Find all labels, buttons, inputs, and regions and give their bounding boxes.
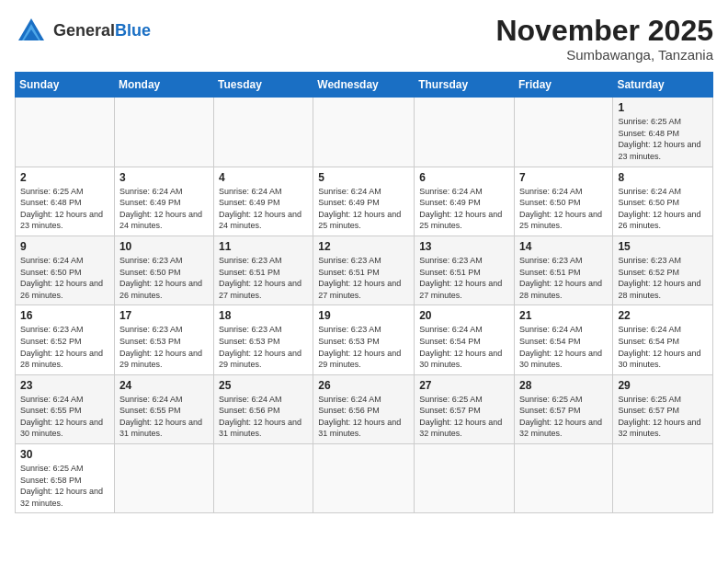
calendar: SundayMondayTuesdayWednesdayThursdayFrid…	[15, 72, 713, 513]
calendar-cell: 8Sunrise: 6:24 AM Sunset: 6:50 PM Daylig…	[613, 167, 713, 236]
location: Sumbawanga, Tanzania	[495, 47, 713, 63]
cell-info: Sunrise: 6:24 AM Sunset: 6:54 PM Dayligh…	[419, 324, 509, 370]
day-number: 16	[20, 309, 109, 322]
day-number: 21	[519, 309, 608, 322]
calendar-cell: 11Sunrise: 6:23 AM Sunset: 6:51 PM Dayli…	[214, 236, 313, 304]
day-number: 13	[419, 240, 509, 253]
day-header-friday: Friday	[514, 73, 612, 98]
calendar-cell: 9Sunrise: 6:24 AM Sunset: 6:50 PM Daylig…	[16, 236, 115, 304]
cell-info: Sunrise: 6:24 AM Sunset: 6:50 PM Dayligh…	[20, 255, 109, 301]
calendar-cell: 28Sunrise: 6:25 AM Sunset: 6:57 PM Dayli…	[514, 374, 612, 443]
day-number: 17	[119, 309, 209, 322]
calendar-cell: 15Sunrise: 6:23 AM Sunset: 6:52 PM Dayli…	[613, 236, 713, 304]
day-number: 11	[219, 240, 308, 253]
calendar-cell: 5Sunrise: 6:24 AM Sunset: 6:49 PM Daylig…	[313, 167, 415, 236]
day-number: 26	[318, 379, 409, 392]
cell-info: Sunrise: 6:24 AM Sunset: 6:50 PM Dayligh…	[519, 186, 608, 232]
cell-info: Sunrise: 6:24 AM Sunset: 6:49 PM Dayligh…	[419, 186, 509, 232]
day-number: 18	[219, 309, 308, 322]
calendar-cell: 13Sunrise: 6:23 AM Sunset: 6:51 PM Dayli…	[415, 236, 515, 304]
day-number: 28	[519, 379, 608, 392]
cell-info: Sunrise: 6:25 AM Sunset: 6:57 PM Dayligh…	[419, 394, 509, 440]
day-number: 8	[618, 171, 708, 184]
cell-info: Sunrise: 6:25 AM Sunset: 6:57 PM Dayligh…	[519, 394, 608, 440]
calendar-cell	[613, 444, 713, 513]
day-header-row: SundayMondayTuesdayWednesdayThursdayFrid…	[16, 73, 713, 98]
calendar-cell: 26Sunrise: 6:24 AM Sunset: 6:56 PM Dayli…	[313, 374, 415, 443]
day-number: 19	[318, 309, 409, 322]
page-header: GeneralBlue November 2025 Sumbawanga, Ta…	[15, 15, 713, 63]
day-header-thursday: Thursday	[415, 73, 515, 98]
day-number: 15	[618, 240, 708, 253]
day-number: 30	[20, 448, 109, 461]
calendar-cell: 6Sunrise: 6:24 AM Sunset: 6:49 PM Daylig…	[415, 167, 515, 236]
month-title: November 2025	[495, 15, 713, 47]
week-row-1: 2Sunrise: 6:25 AM Sunset: 6:48 PM Daylig…	[16, 167, 713, 236]
calendar-cell: 21Sunrise: 6:24 AM Sunset: 6:54 PM Dayli…	[514, 305, 612, 374]
logo-icon	[15, 15, 48, 48]
calendar-cell	[514, 98, 612, 167]
calendar-cell: 27Sunrise: 6:25 AM Sunset: 6:57 PM Dayli…	[415, 374, 515, 443]
day-number: 22	[618, 309, 708, 322]
cell-info: Sunrise: 6:25 AM Sunset: 6:58 PM Dayligh…	[20, 463, 109, 509]
calendar-cell: 25Sunrise: 6:24 AM Sunset: 6:56 PM Dayli…	[214, 374, 313, 443]
week-row-5: 30Sunrise: 6:25 AM Sunset: 6:58 PM Dayli…	[16, 444, 713, 513]
cell-info: Sunrise: 6:23 AM Sunset: 6:51 PM Dayligh…	[219, 255, 308, 301]
calendar-cell	[214, 98, 313, 167]
day-number: 5	[318, 171, 409, 184]
calendar-cell	[16, 98, 115, 167]
calendar-cell	[415, 444, 515, 513]
day-number: 1	[618, 101, 708, 114]
week-row-3: 16Sunrise: 6:23 AM Sunset: 6:52 PM Dayli…	[16, 305, 713, 374]
cell-info: Sunrise: 6:24 AM Sunset: 6:55 PM Dayligh…	[20, 394, 109, 440]
week-row-2: 9Sunrise: 6:24 AM Sunset: 6:50 PM Daylig…	[16, 236, 713, 304]
day-number: 14	[519, 240, 608, 253]
calendar-cell: 10Sunrise: 6:23 AM Sunset: 6:50 PM Dayli…	[114, 236, 213, 304]
day-header-monday: Monday	[114, 73, 213, 98]
calendar-cell: 1Sunrise: 6:25 AM Sunset: 6:48 PM Daylig…	[613, 98, 713, 167]
calendar-cell: 30Sunrise: 6:25 AM Sunset: 6:58 PM Dayli…	[16, 444, 115, 513]
cell-info: Sunrise: 6:25 AM Sunset: 6:57 PM Dayligh…	[618, 394, 708, 440]
cell-info: Sunrise: 6:24 AM Sunset: 6:54 PM Dayligh…	[618, 324, 708, 370]
day-header-tuesday: Tuesday	[214, 73, 313, 98]
cell-info: Sunrise: 6:23 AM Sunset: 6:53 PM Dayligh…	[219, 324, 308, 370]
cell-info: Sunrise: 6:23 AM Sunset: 6:50 PM Dayligh…	[119, 255, 209, 301]
calendar-cell: 24Sunrise: 6:24 AM Sunset: 6:55 PM Dayli…	[114, 374, 213, 443]
day-number: 25	[219, 379, 308, 392]
cell-info: Sunrise: 6:23 AM Sunset: 6:51 PM Dayligh…	[519, 255, 608, 301]
cell-info: Sunrise: 6:23 AM Sunset: 6:51 PM Dayligh…	[419, 255, 509, 301]
cell-info: Sunrise: 6:23 AM Sunset: 6:51 PM Dayligh…	[318, 255, 409, 301]
calendar-cell: 19Sunrise: 6:23 AM Sunset: 6:53 PM Dayli…	[313, 305, 415, 374]
day-header-wednesday: Wednesday	[313, 73, 415, 98]
calendar-cell: 3Sunrise: 6:24 AM Sunset: 6:49 PM Daylig…	[114, 167, 213, 236]
calendar-cell: 4Sunrise: 6:24 AM Sunset: 6:49 PM Daylig…	[214, 167, 313, 236]
cell-info: Sunrise: 6:24 AM Sunset: 6:56 PM Dayligh…	[318, 394, 409, 440]
day-number: 10	[119, 240, 209, 253]
day-number: 6	[419, 171, 509, 184]
calendar-cell	[514, 444, 612, 513]
day-number: 3	[119, 171, 209, 184]
calendar-cell: 14Sunrise: 6:23 AM Sunset: 6:51 PM Dayli…	[514, 236, 612, 304]
cell-info: Sunrise: 6:24 AM Sunset: 6:49 PM Dayligh…	[318, 186, 409, 232]
calendar-body: 1Sunrise: 6:25 AM Sunset: 6:48 PM Daylig…	[16, 98, 713, 513]
day-number: 27	[419, 379, 509, 392]
logo-text: GeneralBlue	[53, 22, 151, 40]
day-number: 23	[20, 379, 109, 392]
week-row-0: 1Sunrise: 6:25 AM Sunset: 6:48 PM Daylig…	[16, 98, 713, 167]
day-number: 29	[618, 379, 708, 392]
day-number: 12	[318, 240, 409, 253]
cell-info: Sunrise: 6:25 AM Sunset: 6:48 PM Dayligh…	[20, 186, 109, 232]
calendar-cell: 16Sunrise: 6:23 AM Sunset: 6:52 PM Dayli…	[16, 305, 115, 374]
calendar-cell: 12Sunrise: 6:23 AM Sunset: 6:51 PM Dayli…	[313, 236, 415, 304]
calendar-cell	[313, 98, 415, 167]
cell-info: Sunrise: 6:24 AM Sunset: 6:49 PM Dayligh…	[119, 186, 209, 232]
cell-info: Sunrise: 6:24 AM Sunset: 6:56 PM Dayligh…	[219, 394, 308, 440]
day-number: 4	[219, 171, 308, 184]
calendar-cell: 22Sunrise: 6:24 AM Sunset: 6:54 PM Dayli…	[613, 305, 713, 374]
day-number: 24	[119, 379, 209, 392]
day-header-sunday: Sunday	[16, 73, 115, 98]
cell-info: Sunrise: 6:24 AM Sunset: 6:49 PM Dayligh…	[219, 186, 308, 232]
calendar-cell: 29Sunrise: 6:25 AM Sunset: 6:57 PM Dayli…	[613, 374, 713, 443]
title-block: November 2025 Sumbawanga, Tanzania	[495, 15, 713, 63]
day-number: 7	[519, 171, 608, 184]
